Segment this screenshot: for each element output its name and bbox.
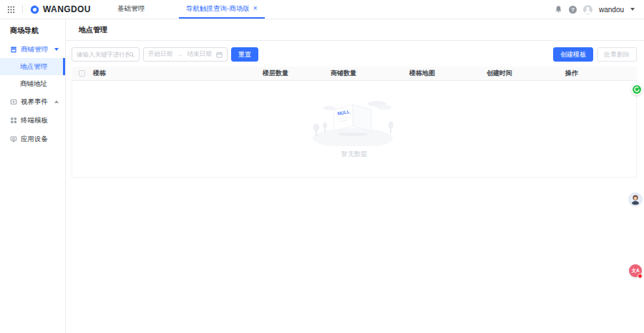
- sidebar-item-app-devices[interactable]: 应用设备: [0, 130, 65, 148]
- data-table: 楼栋 楼层数量 商铺数量 楼栋地图 创建时间 操作: [72, 67, 637, 178]
- date-range-input[interactable]: 开始日期 → 结束日期: [143, 47, 228, 62]
- column-created-time: 创建时间: [485, 69, 564, 78]
- apps-grid-icon[interactable]: [7, 6, 15, 14]
- sidebar-item-vision-events[interactable]: 视界事件: [0, 92, 65, 111]
- user-avatar-icon[interactable]: [583, 5, 592, 14]
- topbar: WANGDOU 基础管理 导航触摸查询-商场版 × ?: [0, 0, 644, 19]
- page-title: 地点管理: [66, 19, 644, 41]
- service-avatar-icon: [630, 193, 641, 205]
- brand-logo-icon: [30, 5, 39, 14]
- translate-widget-button[interactable]: 文A: [629, 264, 642, 277]
- sidebar-item-shop-address[interactable]: 商铺地址: [0, 75, 65, 92]
- sidebar-item-location-management[interactable]: 地点管理: [0, 58, 65, 75]
- date-start-placeholder: 开始日期: [148, 50, 172, 59]
- header-checkbox-cell: [72, 70, 92, 77]
- chat-widget-icon: [633, 85, 641, 94]
- column-shop-count: 商铺数量: [329, 69, 408, 78]
- table-header: 楼栋 楼层数量 商铺数量 楼栋地图 创建时间 操作: [72, 67, 637, 80]
- notification-badge: [638, 274, 643, 279]
- grid-icon: [10, 117, 17, 124]
- topbar-right: ? wandou: [555, 0, 635, 19]
- arrow-right-icon: →: [177, 52, 182, 58]
- reset-button[interactable]: 重置: [231, 47, 258, 62]
- tab-basic-management[interactable]: 基础管理: [107, 0, 155, 19]
- bell-icon[interactable]: [555, 5, 562, 14]
- service-avatar-button[interactable]: [629, 193, 642, 206]
- toolbar: 开始日期 → 结束日期 重置 创建模板 批量删除: [72, 47, 637, 62]
- user-caret-down-icon[interactable]: [630, 8, 635, 11]
- column-floor-count: 楼层数量: [261, 69, 329, 78]
- app-window: WANGDOU 基础管理 导航触摸查询-商场版 × ?: [0, 0, 644, 333]
- tab-nav-touch-query[interactable]: 导航触摸查询-商场版 ×: [179, 0, 265, 19]
- select-all-checkbox[interactable]: [79, 70, 85, 77]
- device-icon: [10, 135, 17, 143]
- apps-grid-glyph: [7, 6, 15, 14]
- main-content: 地点管理 开始日期 → 结束日期: [66, 19, 644, 333]
- topbar-divider: [22, 5, 23, 14]
- empty-state-illustration: NULL: [308, 99, 401, 146]
- page-body: 商场导航 商铺管理 地点管理 商铺地址: [0, 19, 644, 333]
- calendar-icon: [216, 52, 223, 58]
- sidebar-item-shop-management[interactable]: 商铺管理: [0, 41, 65, 58]
- search-field[interactable]: [77, 51, 129, 58]
- chevron-up-icon: [54, 100, 59, 103]
- translate-icon: 文A: [631, 268, 639, 274]
- sidebar-title: 商场导航: [10, 25, 65, 37]
- empty-text: 暂无数据: [341, 150, 367, 159]
- shop-icon: [10, 46, 17, 53]
- column-building-map: 楼栋地图: [408, 69, 485, 78]
- search-input[interactable]: [72, 47, 140, 62]
- column-actions: 操作: [564, 69, 637, 78]
- sidebar-item-terminal-templates[interactable]: 终端模板: [0, 111, 65, 130]
- search-icon: [129, 52, 135, 58]
- brand-name: WANGDOU: [43, 4, 91, 14]
- topbar-left: WANGDOU: [7, 0, 91, 19]
- username[interactable]: wandou: [599, 6, 624, 14]
- column-building: 楼栋: [92, 69, 261, 78]
- chat-widget-button[interactable]: [631, 84, 643, 95]
- topbar-tabs: 基础管理 导航触摸查询-商场版 ×: [107, 0, 265, 19]
- help-icon[interactable]: ?: [569, 6, 577, 14]
- create-template-button[interactable]: 创建模板: [553, 47, 593, 62]
- date-end-placeholder: 结束日期: [187, 50, 212, 59]
- table-empty-body: NULL 暂无数据: [72, 80, 637, 178]
- batch-delete-button[interactable]: 批量删除: [597, 47, 637, 62]
- sidebar: 商场导航 商铺管理 地点管理 商铺地址: [0, 19, 66, 333]
- chevron-down-icon: [54, 48, 59, 51]
- camera-icon: [10, 98, 17, 105]
- tab-close-icon[interactable]: ×: [253, 5, 258, 12]
